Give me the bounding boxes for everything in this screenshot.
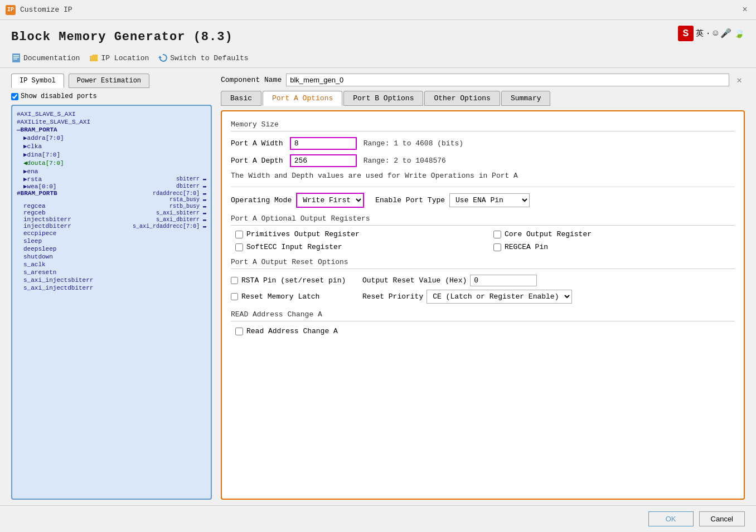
svg-marker-4 xyxy=(158,56,162,58)
show-disabled-checkbox[interactable] xyxy=(11,93,18,100)
ip-location-button[interactable]: IP Location xyxy=(89,53,149,63)
optional-registers-title: Port A Optional Output Registers xyxy=(231,214,735,226)
app-icon: IP xyxy=(6,5,16,15)
component-name-clear-button[interactable]: ✕ xyxy=(734,75,745,86)
left-panel: IP Symbol Power Estimation Show disabled… xyxy=(11,74,212,500)
leaf-icon: 🍃 xyxy=(734,28,745,39)
tab-ip-symbol[interactable]: IP Symbol xyxy=(11,74,64,88)
port-a-width-input[interactable] xyxy=(290,137,357,150)
rsta-pin-label: RSTA Pin (set/reset pin) xyxy=(241,276,346,285)
reset-priority-select[interactable]: CE (Latch or Register Enable) SR (Set/Re… xyxy=(427,290,572,304)
close-button[interactable]: × xyxy=(739,4,750,16)
switch-to-defaults-button[interactable]: Switch to Defaults xyxy=(158,53,248,63)
diagram-item: #AXILite_SLAVE_S_AXI xyxy=(17,118,206,126)
lang-icon: 英 xyxy=(696,28,704,38)
port-a-depth-input[interactable] xyxy=(290,154,357,167)
right-panel: Component Name ✕ Basic Port A Options Po… xyxy=(221,74,745,500)
operating-mode-select[interactable]: Write First Read First No Change xyxy=(296,193,364,208)
ok-button[interactable]: OK xyxy=(648,511,694,526)
info-text: The Width and Depth values are used for … xyxy=(231,172,735,180)
panel-controls: IP Symbol Power Estimation xyxy=(11,74,212,88)
tab-summary[interactable]: Summary xyxy=(501,91,551,106)
diagram-item: ▶clka xyxy=(17,142,206,150)
reset-memory-latch-checkbox[interactable] xyxy=(231,293,238,300)
core-output-register-checkbox[interactable] xyxy=(493,231,501,238)
tab-other-options[interactable]: Other Options xyxy=(424,91,500,106)
diagram-port-line: ▶wea[0:0] dbiterr ▬ xyxy=(17,183,206,190)
port-a-depth-range: Range: 2 to 1048576 xyxy=(364,157,446,165)
diagram-item: s_axi_injectsbiterr xyxy=(17,276,206,284)
primitives-output-register-label: Primitives Output Register xyxy=(246,230,360,238)
read-address-section-title: READ Address Change A xyxy=(231,310,735,321)
show-disabled-label: Show disabled ports xyxy=(21,92,97,100)
softecc-input-register-label: SoftECC Input Register xyxy=(246,243,342,251)
diagram-port-line: regceb s_axi_sbiterr ▬ xyxy=(17,209,206,216)
component-name-input[interactable] xyxy=(286,74,729,86)
refresh-icon xyxy=(158,53,168,63)
tab-power-estimation[interactable]: Power Estimation xyxy=(69,74,149,88)
documentation-button[interactable]: Documentation xyxy=(11,53,80,63)
diagram-port-line: rsta_busy ▬ xyxy=(17,197,206,203)
show-disabled-checkbox-row: Show disabled ports xyxy=(11,92,212,100)
svg-rect-1 xyxy=(13,55,19,56)
documentation-icon xyxy=(11,53,21,63)
optional-registers-section: Port A Optional Output Registers Primiti… xyxy=(231,214,735,251)
port-a-width-range: Range: 1 to 4608 (bits) xyxy=(364,139,463,148)
operating-mode-label: Operating Mode xyxy=(231,196,292,204)
diagram-item: eccpipece xyxy=(17,230,206,237)
bottom-bar: OK Cancel xyxy=(0,505,756,532)
main-window: Block Memory Generator (8.3) S 英 · ☺ 🎤 🍃… xyxy=(0,20,756,532)
toolbar: Documentation IP Location Switch to Defa… xyxy=(0,48,756,68)
regcea-pin-label: REGCEA Pin xyxy=(505,243,548,251)
port-a-depth-row: Port A Depth Range: 2 to 1048576 xyxy=(231,154,735,167)
read-address-change-item: Read Address Change A xyxy=(231,327,735,335)
enable-port-type-label: Enable Port Type xyxy=(375,196,445,204)
title-text: Customize IP xyxy=(20,6,72,14)
regcea-pin-checkbox[interactable] xyxy=(493,243,501,251)
tab-port-b-options[interactable]: Port B Options xyxy=(343,91,423,106)
diagram-item: s_axi_injectdbiterr xyxy=(17,284,206,292)
softecc-input-register-item: SoftECC Input Register xyxy=(235,243,477,251)
cancel-button[interactable]: Cancel xyxy=(699,511,745,526)
smiley-icon: ☺ xyxy=(713,28,718,38)
optional-registers-grid: Primitives Output Register Core Output R… xyxy=(231,230,735,251)
diagram-item: ◀douta[7:0] xyxy=(17,159,206,167)
app-title: Block Memory Generator (8.3) xyxy=(11,26,233,48)
top-right-icons: S 英 · ☺ 🎤 🍃 xyxy=(678,26,745,41)
memory-size-section-title: Memory Size xyxy=(231,120,735,131)
diagram-port-line: #BRAM_PORTB rdaddrecc[7:0] ▬ xyxy=(17,190,206,197)
tab-port-a-options[interactable]: Port A Options xyxy=(263,91,342,106)
port-a-depth-label: Port A Depth xyxy=(231,157,283,165)
diagram-port-line: injectsbiterr s_axi_dbiterr ▬ xyxy=(17,216,206,223)
tab-basic[interactable]: Basic xyxy=(221,91,261,106)
enable-port-type-select[interactable]: Use ENA Pin Always Enabled xyxy=(449,193,530,207)
rsta-pin-row: RSTA Pin (set/reset pin) Output Reset Va… xyxy=(231,275,735,286)
diagram-item: sleep xyxy=(17,237,206,245)
title-bar: IP Customize IP × xyxy=(0,0,756,20)
port-a-width-row: Port A Width Range: 1 to 4608 (bits) xyxy=(231,137,735,150)
config-area: Memory Size Port A Width Range: 1 to 460… xyxy=(221,110,745,500)
reset-memory-latch-row: Reset Memory Latch Reset Priority CE (La… xyxy=(231,290,735,304)
rsta-pin-checkbox[interactable] xyxy=(231,277,238,284)
output-reset-input[interactable] xyxy=(470,275,537,286)
component-name-label: Component Name xyxy=(221,76,282,84)
primitives-output-register-checkbox[interactable] xyxy=(235,231,243,238)
core-output-register-label: Core Output Register xyxy=(505,230,592,238)
reset-memory-latch-label: Reset Memory Latch xyxy=(241,292,319,301)
read-address-change-checkbox[interactable] xyxy=(235,328,243,335)
svg-rect-2 xyxy=(13,57,19,58)
read-address-change-label: Read Address Change A xyxy=(246,327,338,335)
mic-icon: 🎤 xyxy=(720,28,731,39)
dot-icon: · xyxy=(706,29,710,38)
diagram-port-line: injectdbiterr s_axi_rdaddrecc[7:0] ▬ xyxy=(17,223,206,230)
primitives-output-register-item: Primitives Output Register xyxy=(235,230,477,238)
output-reset-label: Output Reset Value (Hex) xyxy=(362,276,467,285)
ip-location-label: IP Location xyxy=(101,54,149,62)
diagram-item: ▶addra[7:0] xyxy=(17,134,206,142)
core-output-register-item: Core Output Register xyxy=(493,230,735,238)
diagram-item: ▶ena xyxy=(17,167,206,175)
svg-rect-0 xyxy=(12,53,20,62)
app-header: Block Memory Generator (8.3) S 英 · ☺ 🎤 🍃 xyxy=(0,20,756,48)
softecc-input-register-checkbox[interactable] xyxy=(235,243,243,251)
title-bar-left: IP Customize IP xyxy=(6,5,72,15)
